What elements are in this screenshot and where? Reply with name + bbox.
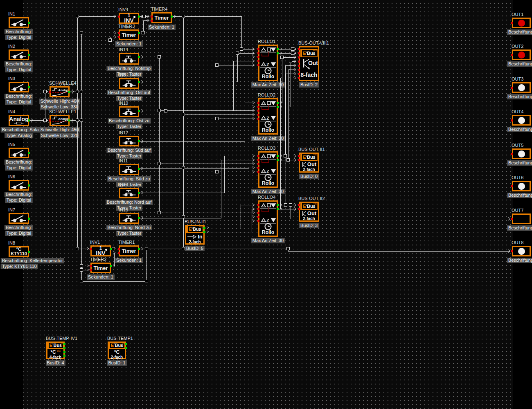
input-pin[interactable]	[257, 159, 259, 161]
input-pin[interactable]	[298, 61, 300, 63]
block-out6[interactable]	[512, 181, 531, 191]
output-pin[interactable]	[203, 231, 205, 233]
input-pin[interactable]	[257, 212, 259, 214]
block-in1[interactable]	[9, 17, 29, 28]
output-pin[interactable]	[138, 168, 140, 170]
block-in12[interactable]	[119, 136, 139, 146]
input-pin[interactable]	[257, 52, 259, 54]
output-pin[interactable]	[28, 184, 30, 187]
block-schwelle1[interactable]: Analog	[50, 115, 70, 126]
input-pin[interactable]	[298, 48, 300, 50]
block-out2[interactable]	[512, 49, 531, 60]
input-pin[interactable]	[298, 208, 300, 210]
output-pin[interactable]	[277, 102, 279, 104]
block-out8[interactable]	[512, 246, 531, 256]
output-pin[interactable]	[277, 48, 279, 50]
block-in6[interactable]	[9, 180, 29, 191]
input-pin[interactable]	[298, 159, 300, 161]
input-pin[interactable]	[257, 102, 259, 104]
output-pin[interactable]	[68, 119, 70, 121]
input-pin[interactable]	[118, 248, 120, 250]
input-pin[interactable]	[151, 16, 153, 18]
input-pin[interactable]	[257, 60, 259, 62]
input-pin[interactable]	[118, 32, 120, 34]
input-pin[interactable]	[257, 56, 259, 58]
block-bus-out-viii1[interactable]: E²Bus485Out8-fach	[299, 46, 319, 81]
input-pin[interactable]	[49, 91, 51, 93]
block-inv4[interactable]: 1INV	[119, 13, 139, 24]
output-pin[interactable]	[63, 355, 65, 357]
output-pin[interactable]	[277, 52, 279, 54]
input-pin[interactable]	[151, 20, 153, 22]
input-pin[interactable]	[298, 56, 300, 58]
input-pin[interactable]	[118, 252, 120, 254]
input-pin[interactable]	[257, 208, 259, 210]
block-in13[interactable]	[119, 188, 139, 198]
output-pin[interactable]	[28, 152, 30, 154]
output-pin[interactable]	[125, 347, 127, 349]
block-bus-out-ii2[interactable]: E²Bus485Out2-fach	[299, 202, 319, 222]
block-out4[interactable]	[512, 115, 531, 126]
output-pin[interactable]	[138, 140, 140, 142]
block-in5[interactable]	[9, 148, 29, 158]
input-pin[interactable]	[298, 52, 300, 54]
block-in8[interactable]: °CKTY110	[9, 246, 29, 257]
output-pin[interactable]	[28, 22, 30, 24]
input-pin[interactable]	[511, 22, 513, 24]
block-out3[interactable]	[512, 82, 531, 93]
input-pin[interactable]	[511, 250, 513, 252]
input-pin[interactable]	[90, 248, 92, 250]
output-pin[interactable]	[138, 56, 140, 58]
input-pin[interactable]	[257, 216, 259, 218]
block-in7[interactable]	[9, 213, 29, 224]
block-timer4[interactable]: Timer	[151, 12, 172, 23]
input-pin[interactable]	[49, 119, 51, 121]
output-pin[interactable]	[138, 16, 140, 18]
input-pin[interactable]	[257, 220, 259, 222]
input-pin[interactable]	[511, 54, 513, 56]
block-timer2[interactable]: Timer	[90, 263, 111, 273]
output-pin[interactable]	[63, 347, 65, 349]
input-pin[interactable]	[257, 155, 259, 157]
output-pin[interactable]	[63, 351, 65, 353]
input-pin[interactable]	[257, 167, 259, 169]
input-pin[interactable]	[511, 218, 513, 220]
block-in9[interactable]	[119, 78, 139, 89]
output-pin[interactable]	[138, 192, 140, 194]
block-bus-out-ii1[interactable]: E²Bus485Out2-fach	[299, 153, 319, 173]
output-pin[interactable]	[203, 227, 205, 229]
block-bus-in-ii1[interactable]: E²Bus485In2-fach	[185, 225, 205, 245]
input-pin[interactable]	[257, 118, 259, 120]
input-pin[interactable]	[118, 16, 120, 18]
input-pin[interactable]	[511, 185, 513, 187]
output-pin[interactable]	[28, 86, 30, 88]
output-pin[interactable]	[125, 343, 127, 345]
block-rollo2[interactable]: ZRollo	[258, 98, 278, 135]
output-pin[interactable]	[138, 217, 140, 219]
input-pin[interactable]	[298, 73, 300, 75]
input-pin[interactable]	[298, 65, 300, 67]
output-pin[interactable]	[28, 54, 30, 56]
block-in15[interactable]	[119, 213, 139, 224]
output-pin[interactable]	[138, 110, 140, 112]
output-pin[interactable]	[110, 248, 112, 250]
block-in4[interactable]: Analog	[9, 115, 29, 126]
output-pin[interactable]	[28, 251, 30, 253]
input-pin[interactable]	[298, 204, 300, 206]
input-pin[interactable]	[90, 265, 92, 267]
input-pin[interactable]	[257, 110, 259, 112]
block-rollo3[interactable]: ZRollo	[258, 151, 278, 188]
block-out1[interactable]	[512, 18, 531, 28]
output-pin[interactable]	[138, 81, 140, 83]
block-in3[interactable]	[9, 82, 29, 92]
block-timer3[interactable]: Timer	[119, 29, 139, 40]
input-pin[interactable]	[257, 171, 259, 173]
input-pin[interactable]	[298, 69, 300, 71]
input-pin[interactable]	[257, 114, 259, 116]
block-inv1[interactable]: 1INV	[90, 245, 111, 256]
input-pin[interactable]	[257, 106, 259, 108]
output-pin[interactable]	[138, 32, 140, 34]
input-pin[interactable]	[511, 153, 513, 155]
block-in11[interactable]	[119, 164, 139, 175]
input-pin[interactable]	[257, 204, 259, 206]
